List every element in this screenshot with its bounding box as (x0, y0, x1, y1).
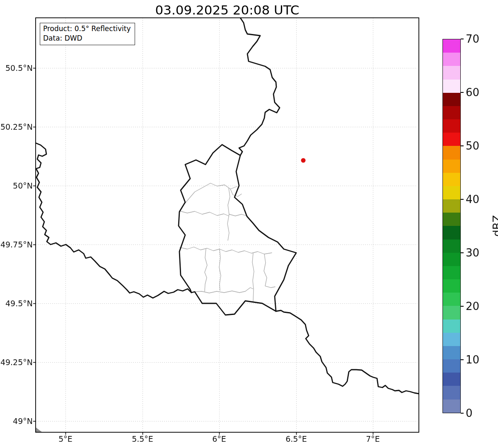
colorbar-tick-label: 0 (466, 407, 473, 419)
colorbar-segment (443, 133, 460, 146)
colorbar-tick-label: 10 (466, 354, 479, 366)
x-tick-label: 7°E (350, 434, 396, 443)
colorbar-segment (443, 359, 460, 373)
plot-title: 03.09.2025 20:08 UTC (36, 2, 419, 17)
colorbar-segment (443, 199, 460, 213)
colorbar-segment (443, 80, 460, 93)
radar-figure: 03.09.2025 20:08 UTC Product: 0.5° Refle… (0, 0, 498, 448)
colorbar-tick-label: 20 (466, 300, 479, 312)
y-tick-label: 49°N (0, 417, 33, 426)
x-tick-label: 6°E (196, 434, 242, 443)
colorbar-tick-label: 30 (466, 247, 479, 259)
colorbar-segment (443, 306, 460, 319)
x-tick-label: 5.5°E (120, 434, 165, 443)
colorbar-segment (443, 373, 460, 386)
radar-map-canvas (0, 0, 498, 448)
colorbar-segment (443, 346, 460, 359)
colorbar-segment (443, 119, 460, 133)
colorbar-segment (443, 93, 460, 106)
colorbar-segment (443, 279, 460, 293)
colorbar (442, 39, 461, 413)
colorbar-segment (443, 400, 460, 413)
colorbar-segment (443, 146, 460, 159)
y-tick-label: 50.5°N (0, 63, 33, 73)
colorbar-segment (443, 186, 460, 199)
colorbar-segment (443, 39, 460, 53)
y-tick-label: 50°N (0, 181, 33, 190)
y-tick-label: 49.25°N (0, 358, 33, 367)
colorbar-segment (443, 160, 460, 173)
colorbar-segment (443, 293, 460, 306)
colorbar-tick-label: 40 (466, 193, 479, 206)
y-tick-label: 49.75°N (0, 240, 33, 249)
colorbar-tick-label: 70 (466, 33, 479, 45)
colorbar-axis-label: dBZ (491, 209, 498, 242)
colorbar-tick-mark (461, 413, 464, 414)
colorbar-tick-mark (461, 199, 464, 200)
colorbar-segment (443, 173, 460, 186)
colorbar-segment (443, 386, 460, 399)
colorbar-segment (443, 320, 460, 333)
product-line: Product: 0.5° Reflectivity (43, 24, 131, 34)
colorbar-segment (443, 226, 460, 239)
colorbar-segment (443, 53, 460, 66)
y-tick-label: 50.25°N (0, 122, 33, 131)
colorbar-segment (443, 333, 460, 346)
x-tick-label: 6.5°E (273, 434, 319, 443)
data-source-line: Data: DWD (43, 34, 131, 43)
colorbar-segment (443, 253, 460, 266)
x-tick-label: 5°E (43, 434, 88, 443)
colorbar-tick-label: 50 (466, 140, 479, 152)
colorbar-tick-label: 60 (466, 86, 479, 99)
colorbar-segment (443, 213, 460, 226)
colorbar-segment (443, 106, 460, 119)
colorbar-segment (443, 66, 460, 79)
colorbar-tick-mark (461, 39, 464, 39)
product-info-box: Product: 0.5° Reflectivity Data: DWD (40, 23, 135, 45)
colorbar-tick-mark (461, 306, 464, 307)
colorbar-tick-mark (461, 92, 464, 93)
colorbar-segment (443, 266, 460, 279)
colorbar-segment (443, 240, 460, 253)
colorbar-tick-mark (461, 359, 464, 360)
colorbar-tick-mark (461, 145, 464, 146)
y-tick-label: 49.5°N (0, 299, 33, 308)
colorbar-tick-mark (461, 252, 464, 253)
